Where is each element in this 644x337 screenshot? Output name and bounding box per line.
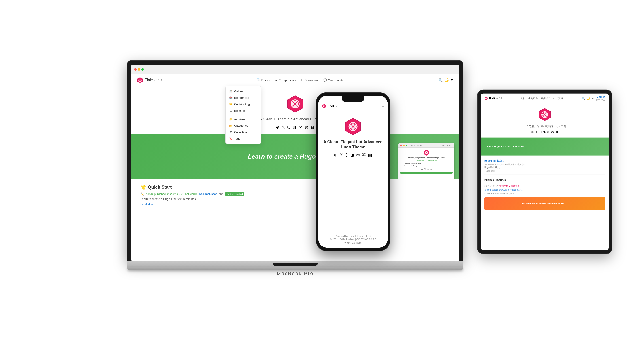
- github-icon[interactable]: ⊕: [276, 125, 279, 130]
- mini-logo: [423, 149, 430, 156]
- ipad-extra-icon[interactable]: ⚙: [592, 97, 594, 100]
- main-content: 🌟 Quick Start ✏️ Lruihao published on 20…: [132, 179, 459, 211]
- iphone-device: FixIt v0.3.9 ≡: [316, 92, 390, 251]
- timeline-cat: 文档文档 ● 内容管理: [499, 185, 520, 187]
- lang-english: English: [596, 96, 605, 98]
- dropdown-tags[interactable]: 🔖 Tags: [226, 135, 261, 142]
- close-button[interactable]: [134, 68, 137, 71]
- ipad-mail-icon[interactable]: ✉: [547, 130, 550, 134]
- timeline-date: 2024-01-01 @: [484, 185, 499, 187]
- macbook-notch: [273, 263, 318, 266]
- language-switcher[interactable]: English 简体中文: [596, 96, 605, 101]
- dropdown-references[interactable]: 📚 References: [226, 94, 261, 101]
- releases-icon: 🏷: [229, 109, 232, 112]
- iphone-logo-area: FixIt v0.3.9: [322, 104, 342, 108]
- nav-icon-group: 🔍 🌙 ⚙: [438, 78, 454, 82]
- archives-icon: 📁: [229, 118, 232, 121]
- collection-icon: 🏷: [229, 131, 232, 134]
- site-version: v0.3.9: [154, 78, 162, 82]
- author-link[interactable]: Lruihao published on 2024-03-01 included…: [144, 192, 198, 196]
- npm-icon[interactable]: ⬡: [287, 125, 291, 130]
- iphone-github-icon[interactable]: ⊕: [334, 152, 338, 158]
- mini-logo-row: [400, 149, 452, 156]
- mini-social-icon-3: ⬡: [427, 168, 429, 171]
- components-icon: ★: [275, 78, 278, 82]
- ipad-npm-icon[interactable]: ⬡: [539, 130, 542, 134]
- rss-icon[interactable]: ⌘: [304, 125, 308, 130]
- ipad-nav-community[interactable]: 社区支持: [553, 97, 563, 100]
- theme-icon[interactable]: 🌙: [444, 78, 449, 82]
- dropdown-contributing[interactable]: 🤝 Contributing: [226, 101, 261, 107]
- dropdown-divider-1: [226, 115, 261, 115]
- ipad-search-icon[interactable]: 🔍: [582, 97, 585, 100]
- iphone-extra-icon[interactable]: ▦: [368, 152, 372, 158]
- iphone-vsco-icon[interactable]: ◑: [350, 152, 354, 158]
- ipad-vsco-icon[interactable]: ◑: [543, 130, 546, 134]
- ipad-nav-docs[interactable]: 文档: [520, 97, 526, 100]
- iphone-site: FixIt v0.3.9 ≡: [318, 96, 388, 248]
- ipad-device: FixIt v0.3.9 文档 主题组件 案例展示 社区支持 🔍 🌙: [478, 90, 612, 254]
- ipad-video-section: How to create Custom Shortcode in HUGO: [481, 197, 609, 212]
- showcase-link-label: Showcase: [304, 78, 319, 82]
- nav-community[interactable]: 💬 Community: [323, 78, 344, 82]
- iphone-twitter-icon[interactable]: 𝕏: [340, 152, 343, 158]
- ipad-theme-icon[interactable]: 🌙: [587, 97, 590, 100]
- hero-logo-icon: [286, 95, 304, 113]
- mail-icon[interactable]: ✉: [299, 125, 302, 130]
- maximize-button[interactable]: [141, 68, 144, 71]
- twitter-icon[interactable]: 𝕏: [282, 125, 285, 130]
- minimize-button[interactable]: [138, 68, 140, 71]
- dropdown-categories[interactable]: 📂 Categories: [226, 122, 261, 129]
- ipad-blog-meta-1: 2024-03-01 • 文档文档 • 主题文件 • 入门/进阶: [484, 163, 605, 166]
- mini-dot-yellow: [403, 145, 404, 146]
- ipad-github-icon[interactable]: ⊕: [531, 130, 534, 134]
- timeline-post-link[interactable]: 如何 中国代码扩展百度速度构建优化...: [484, 189, 605, 192]
- releases-label: Releases: [234, 109, 246, 112]
- dropdown-archives[interactable]: 📁 Archives: [226, 116, 261, 122]
- ipad-twitter-icon[interactable]: 𝕏: [535, 130, 538, 134]
- ipad-blog-title-1[interactable]: Hugo FixIt 以上...: [484, 159, 605, 162]
- ipad-extra-social-icon[interactable]: ▦: [556, 130, 558, 134]
- ipad-rss-icon[interactable]: ⌘: [551, 130, 554, 134]
- dropdown-collection[interactable]: 🏷 Collection: [226, 129, 261, 135]
- tags-label: Tags: [234, 137, 240, 140]
- dropdown-guides[interactable]: 📋 Guides: [226, 88, 261, 94]
- ipad-nav-components[interactable]: 主题组件: [528, 97, 538, 100]
- ipad-blog-item-1: Hugo FixIt 以上... 2024-03-01 • 文档文档 • 主题文…: [484, 157, 605, 175]
- search-icon[interactable]: 🔍: [438, 78, 443, 82]
- ipad-social: ⊕ 𝕏 ⬡ ◑ ✉ ⌘ ▦: [484, 130, 605, 134]
- ipad-hero-subtitle: 一个简洁、优雅且高效的 Hugo 主题: [484, 124, 605, 128]
- ipad-video-thumb[interactable]: How to create Custom Shortcode in HUGO: [484, 197, 605, 210]
- mini-social-icon-1: ⊕: [421, 168, 423, 171]
- hamburger-menu-icon[interactable]: ≡: [382, 104, 384, 108]
- iphone-bezel: FixIt v0.3.9 ≡: [316, 92, 390, 251]
- mini-list-item-2: Advanced Usage: [402, 165, 452, 167]
- doc-link[interactable]: Documentation: [199, 192, 217, 196]
- ipad-nav-showcase[interactable]: 案例展示: [541, 97, 550, 100]
- references-label: References: [234, 96, 249, 99]
- vsco-icon[interactable]: ◑: [293, 125, 296, 130]
- nav-components[interactable]: ★ Components: [275, 78, 296, 82]
- archives-label: Archives: [234, 118, 245, 121]
- dropdown-releases[interactable]: 🏷 Releases: [226, 107, 261, 114]
- contributing-label: Contributing: [234, 103, 250, 106]
- read-more-link[interactable]: Read More: [140, 203, 154, 206]
- mini-links: • Installation • Getting Started: [400, 160, 452, 162]
- getting-started-link[interactable]: Getting Started: [225, 192, 244, 196]
- extra-icon[interactable]: ▦: [310, 125, 314, 130]
- tags-icon: 🔖: [229, 137, 232, 140]
- hero-social-links: ⊕ 𝕏 ⬡ ◑ ✉ ⌘ ▦: [132, 125, 459, 130]
- nav-showcase[interactable]: 🖼 Showcase: [301, 78, 319, 82]
- community-icon: 💬: [323, 78, 327, 82]
- article-meta: ✏️ Lruihao published on 2024-03-01 inclu…: [140, 192, 450, 196]
- iphone-screen: FixIt v0.3.9 ≡: [318, 96, 388, 248]
- nav-links: 📄 Docs ▾ ★ Components �: [257, 78, 344, 82]
- iphone-rss-icon[interactable]: ⌘: [362, 152, 366, 158]
- nav-docs[interactable]: 📄 Docs ▾: [257, 78, 270, 82]
- iphone-mail-icon[interactable]: ✉: [356, 152, 360, 158]
- hero-section: A Clean, Elegant but Advanced Hugo Theme…: [132, 86, 459, 134]
- iphone-copyright: © 2021 - 2024 Lruihao | CC BY-NC-SA 4.0: [322, 238, 384, 241]
- iphone-npm-icon[interactable]: ⬡: [345, 152, 348, 158]
- macbook-bezel: FixIt v0.3.9 📄 Docs ▾: [128, 60, 463, 261]
- settings-icon[interactable]: ⚙: [450, 78, 454, 82]
